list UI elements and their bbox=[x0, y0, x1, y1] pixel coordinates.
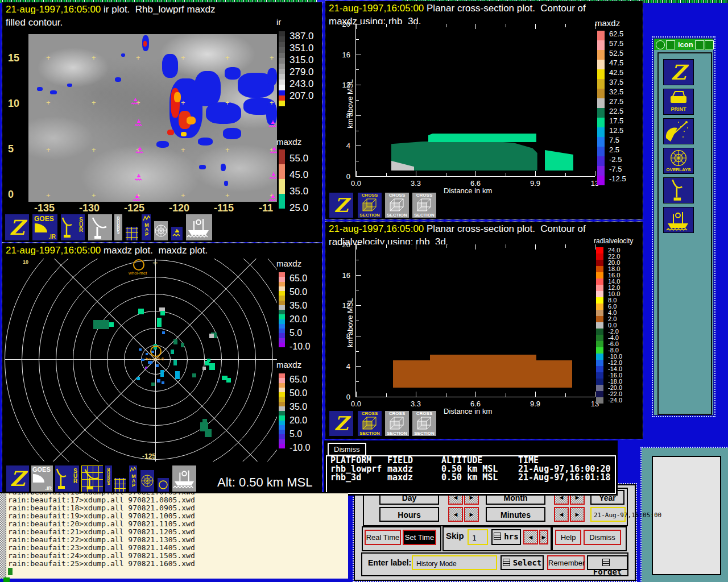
satellite-image[interactable]: ++++++++++++++++++++++++ bbox=[28, 34, 277, 202]
colorbar-segment bbox=[279, 305, 285, 310]
set-time-button[interactable]: Set Time bbox=[403, 530, 436, 545]
surveillance-button[interactable]: SUR bbox=[60, 214, 85, 241]
cross-section-button-2[interactable]: CROSS SECTION bbox=[384, 192, 410, 218]
x-axis-tick bbox=[356, 392, 357, 397]
buoy-button[interactable] bbox=[171, 226, 183, 241]
terminal-scrollbar[interactable] bbox=[0, 493, 6, 579]
colorbar-segment bbox=[279, 36, 285, 41]
colorbar-segment bbox=[596, 310, 603, 316]
skip-value-field[interactable]: 1 bbox=[468, 529, 488, 545]
ppi-panel-title: 21-aug-1997,16:05:00 maxdz plot. maxdz p… bbox=[6, 245, 208, 256]
circle-tool-button[interactable] bbox=[157, 477, 169, 492]
skip-forward-arrow[interactable]: ► bbox=[539, 530, 548, 544]
colorbar-segment bbox=[596, 372, 603, 379]
colorbar-segment bbox=[597, 166, 605, 176]
background-window-panel bbox=[652, 456, 721, 575]
icon-window-title: icon bbox=[678, 40, 693, 49]
map-button[interactable]: MAP bbox=[141, 214, 151, 241]
bounds-button[interactable]: BOUNDS bbox=[114, 214, 123, 241]
radar-dish-button[interactable] bbox=[663, 118, 694, 144]
small-grid-button[interactable] bbox=[125, 226, 139, 241]
zeb-logo-button-4[interactable]: Z bbox=[329, 410, 354, 436]
terminal-window[interactable]: rain:beaufait:16>xdump.all 970821.0705.x… bbox=[0, 492, 348, 579]
skip-back-arrow[interactable]: ◄ bbox=[523, 530, 538, 544]
cross-section-button-active-2[interactable]: CROSS SECTION bbox=[357, 410, 382, 436]
hours-button[interactable]: Hours bbox=[379, 507, 439, 522]
print-button[interactable]: PRINT bbox=[663, 89, 694, 115]
colorbar-tick-label: 52.5 bbox=[609, 49, 623, 57]
grid-antenna-button[interactable] bbox=[88, 214, 113, 241]
colorbar-tick-label: 7.5 bbox=[609, 136, 619, 144]
time-dismiss-button[interactable]: Dismiss bbox=[584, 530, 621, 545]
satellite-convective-core bbox=[167, 130, 174, 135]
goes-ir-button[interactable]: GOES .IR bbox=[32, 214, 58, 241]
right-arrow-icon: ► bbox=[541, 534, 547, 541]
colorbar-tick-label: 37.5 bbox=[609, 78, 623, 86]
goes-ir-button-2[interactable]: GOES .IR bbox=[31, 465, 53, 492]
buoy-marker-icon bbox=[134, 173, 143, 183]
radar-echo-cell bbox=[173, 339, 177, 344]
map-button-2[interactable]: MAP bbox=[129, 465, 138, 492]
minutes-decrement-arrow[interactable]: ◄ bbox=[554, 507, 569, 522]
window-menu-icon[interactable] bbox=[656, 40, 665, 49]
surveillance-button-2[interactable]: SUR bbox=[55, 465, 80, 492]
satellite-lon-tick: -135 bbox=[34, 202, 55, 214]
zeb-logo-button[interactable]: Z bbox=[5, 214, 30, 241]
menu-icon bbox=[602, 559, 610, 566]
zeb-logo-button-2[interactable]: Z bbox=[6, 465, 30, 492]
overlay-rings-button-2[interactable] bbox=[140, 469, 155, 492]
graticule-cross: + bbox=[92, 148, 96, 152]
xsec1-y-axis-label: km above MSL bbox=[346, 73, 354, 135]
colorbar-segment bbox=[279, 430, 285, 434]
ship-window-button[interactable] bbox=[663, 207, 694, 233]
x-axis-minor-tick bbox=[386, 393, 387, 397]
satellite-lon-tick: -120 bbox=[169, 202, 189, 214]
xsec-radialvelocity-plot[interactable]: 2016128400.03.36.69.913 bbox=[355, 244, 595, 397]
platform-dismiss-button[interactable]: Dismiss bbox=[328, 443, 366, 456]
forget-menu-button[interactable]: Forget bbox=[587, 555, 628, 570]
buoy-marker-icon bbox=[131, 97, 140, 107]
zeb-logo-button-3[interactable]: Z bbox=[329, 192, 354, 218]
cross-section-button-active[interactable]: CROSS SECTION bbox=[357, 192, 382, 218]
radar-site-circle bbox=[150, 346, 162, 357]
altitude-readout: Alt: 0.50 km MSL bbox=[217, 475, 313, 490]
skip-units-menu[interactable]: hrs bbox=[491, 529, 521, 545]
remember-button[interactable]: Remember bbox=[547, 555, 585, 570]
antenna-button[interactable] bbox=[663, 177, 694, 203]
hours-decrement-arrow[interactable]: ◄ bbox=[448, 507, 463, 522]
colorbar-gradient bbox=[279, 373, 285, 448]
select-menu-button[interactable]: Select bbox=[500, 555, 544, 570]
window-close-icon[interactable] bbox=[705, 40, 714, 49]
label-field[interactable]: History Mode bbox=[412, 555, 497, 570]
satellite-convective-core bbox=[181, 132, 187, 136]
bounds-button-2[interactable]: BOUNDS bbox=[105, 465, 113, 492]
ship-button[interactable] bbox=[185, 214, 213, 241]
x-axis-minor-tick bbox=[446, 393, 446, 397]
overlay-rings-button[interactable] bbox=[154, 221, 168, 241]
small-grid-button-2[interactable] bbox=[114, 477, 126, 492]
window-restore-icon[interactable] bbox=[666, 40, 675, 49]
datetime-field[interactable]: 21-Aug-97,16:05:00 bbox=[590, 507, 626, 522]
icon-window-titlebar[interactable]: icon bbox=[654, 39, 713, 50]
y-axis-tick bbox=[356, 275, 361, 276]
xsec-maxdz-plot[interactable]: 2016128400.03.36.69.913 bbox=[355, 24, 595, 177]
window-iconify-icon[interactable] bbox=[695, 40, 704, 49]
colorbar-segment bbox=[597, 137, 605, 147]
ship-button-2[interactable] bbox=[172, 465, 197, 492]
minutes-increment-arrow[interactable]: ► bbox=[570, 507, 585, 522]
real-time-button[interactable]: Real Time bbox=[365, 530, 401, 545]
cross-section-button-6[interactable]: CROSS SECTION bbox=[412, 410, 437, 436]
radar-site-label: b<-125-6 bbox=[146, 356, 164, 361]
cross-section-button-3[interactable]: CROSS SECTION bbox=[412, 192, 437, 218]
overlays-button[interactable]: OVERLAYS bbox=[663, 148, 694, 174]
minutes-button[interactable]: Minutes bbox=[486, 507, 545, 522]
hours-increment-arrow[interactable]: ► bbox=[464, 507, 479, 522]
colorbar-tick-label: 17.5 bbox=[609, 117, 623, 125]
cross-section-button-5[interactable]: CROSS SECTION bbox=[384, 410, 410, 436]
colorbar-segment bbox=[279, 179, 285, 194]
zeb-z-glyph: Z bbox=[5, 214, 29, 240]
zeb-main-button[interactable]: Z bbox=[663, 59, 694, 85]
radar-ppi-display[interactable]: whoi-met+b<-125-6 bbox=[5, 259, 277, 462]
help-button[interactable]: Help bbox=[555, 530, 581, 545]
grid-antenna-button-2[interactable] bbox=[81, 465, 104, 492]
